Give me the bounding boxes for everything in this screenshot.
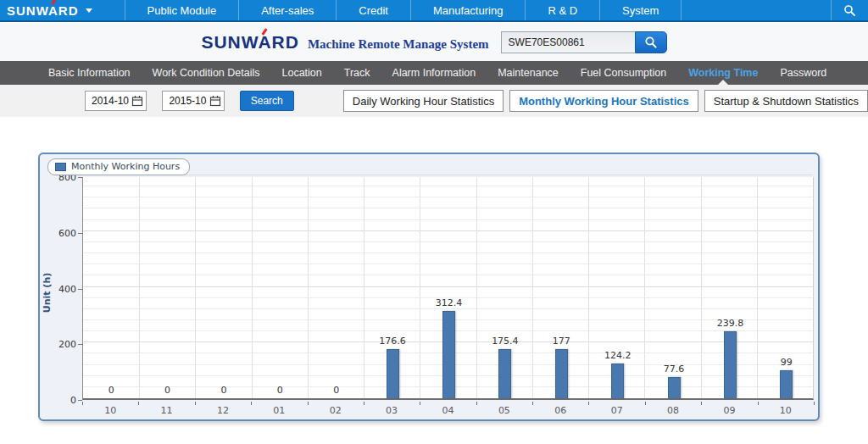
machine-search-input[interactable] xyxy=(501,31,635,53)
y-tick-mark xyxy=(78,400,82,401)
x-tick-label: 11 xyxy=(139,405,195,416)
x-tick-mark xyxy=(532,402,533,405)
y-tick-label: 600 xyxy=(40,228,76,239)
machine-search-group xyxy=(501,31,667,53)
app-title: Machine Remote Manage System xyxy=(308,37,489,52)
gridline-vertical xyxy=(420,177,420,398)
x-tick-label: 09 xyxy=(701,405,757,416)
bar xyxy=(555,349,568,398)
nav-item-working-time[interactable]: Working Time xyxy=(677,61,769,85)
chart-panel: Monthly Working Hours Unit (h) 00000176.… xyxy=(38,153,820,421)
x-tick-mark xyxy=(701,402,702,405)
gridline-vertical xyxy=(532,177,533,398)
gridline-vertical xyxy=(757,177,758,398)
x-tick-mark xyxy=(308,402,309,405)
nav-item-basic-information[interactable]: Basic Information xyxy=(37,61,142,85)
bar-value-label: 175.4 xyxy=(477,336,533,347)
nav-item-track[interactable]: Track xyxy=(333,61,381,85)
x-tick-mark xyxy=(138,402,139,405)
gridline-horizontal xyxy=(83,197,813,197)
x-tick-mark xyxy=(364,402,364,405)
gridline-vertical xyxy=(308,177,309,398)
filter-search-button[interactable]: Search xyxy=(240,91,294,111)
bar-value-label: 77.6 xyxy=(646,364,702,375)
topbar-item-public-module[interactable]: Public Module xyxy=(125,0,239,20)
bar-value-label: 0 xyxy=(196,385,252,396)
bar-value-label: 0 xyxy=(140,385,196,396)
x-tick-mark xyxy=(195,402,196,405)
gridline-vertical xyxy=(195,177,196,398)
gridline-horizontal xyxy=(83,186,813,186)
x-tick-label: 02 xyxy=(308,405,364,416)
x-tick-label: 12 xyxy=(195,405,251,416)
gridline-vertical xyxy=(476,177,477,398)
bar-value-label: 0 xyxy=(309,385,364,396)
bar-value-label: 0 xyxy=(252,385,308,396)
logo-accent-mark xyxy=(261,28,267,35)
x-tick-mark xyxy=(645,402,646,405)
x-tick-mark xyxy=(814,402,815,405)
x-tick-label: 10 xyxy=(758,405,814,416)
x-tick-mark xyxy=(588,402,589,405)
bar-value-label: 176.6 xyxy=(364,336,420,347)
search-icon xyxy=(843,4,856,17)
y-tick-label: 0 xyxy=(40,395,76,406)
topbar-logo-text: SUNWARD xyxy=(7,3,79,18)
topbar-logo[interactable]: SUNWARD xyxy=(0,0,101,20)
gridline-horizontal xyxy=(83,219,813,220)
x-tick-label: 05 xyxy=(476,405,532,416)
gridline-vertical xyxy=(252,177,253,398)
logo-accent-mark xyxy=(51,0,55,4)
chevron-down-icon xyxy=(86,8,92,13)
legend-label: Monthly Working Hours xyxy=(71,161,180,172)
tab-monthly-working-hour-statistics[interactable]: Monthly Working Hour Statistics xyxy=(509,90,698,112)
bar-value-label: 239.8 xyxy=(702,318,758,329)
y-tick-mark xyxy=(78,344,82,345)
date-from-field xyxy=(85,91,147,111)
gridline-vertical xyxy=(364,177,364,398)
nav-item-password[interactable]: Password xyxy=(769,61,837,85)
topbar-search-button[interactable] xyxy=(831,0,868,20)
x-tick-label: 08 xyxy=(645,405,701,416)
nav-item-fuel-consumption[interactable]: Fuel Consumption xyxy=(570,61,677,85)
legend-swatch xyxy=(55,163,66,171)
topbar-item-r-d[interactable]: R & D xyxy=(525,0,599,20)
x-axis-labels: 10111201020304050607080910 xyxy=(82,402,814,417)
section-navigation: Basic InformationWork Condition DetailsL… xyxy=(0,61,868,85)
machine-search-button[interactable] xyxy=(635,31,667,53)
gridline-horizontal xyxy=(83,253,813,253)
tab-daily-working-hour-statistics[interactable]: Daily Working Hour Statistics xyxy=(343,90,504,112)
x-tick-mark xyxy=(758,402,759,405)
bar xyxy=(724,331,737,398)
bar xyxy=(668,377,681,399)
topbar-item-credit[interactable]: Credit xyxy=(336,0,410,20)
topbar-item-system[interactable]: System xyxy=(599,0,682,20)
bar xyxy=(387,349,399,398)
y-tick-mark xyxy=(78,177,82,178)
x-tick-label: 10 xyxy=(82,405,138,416)
chart-legend: Monthly Working Hours xyxy=(47,158,190,175)
nav-item-work-condition-details[interactable]: Work Condition Details xyxy=(142,61,271,85)
topbar-item-manufacturing[interactable]: Manufacturing xyxy=(410,0,525,20)
nav-item-alarm-information[interactable]: Alarm Information xyxy=(381,61,487,85)
gridline-horizontal xyxy=(83,275,813,275)
plot-area: 00000176.6312.4175.4177124.277.6239.899 xyxy=(82,177,814,400)
brand-logo-text: SUNWARD xyxy=(201,32,299,53)
nav-item-location[interactable]: Location xyxy=(270,61,332,85)
x-tick-label: 01 xyxy=(251,405,307,416)
calendar-icon[interactable] xyxy=(209,95,221,107)
x-tick-mark xyxy=(82,402,83,405)
topbar-menu: Public ModuleAfter-salesCreditManufactur… xyxy=(125,0,682,20)
nav-item-maintenance[interactable]: Maintenance xyxy=(487,61,570,85)
app-header: SUNWARD Machine Remote Manage System xyxy=(0,24,868,61)
date-to-field xyxy=(162,91,224,111)
y-tick-mark xyxy=(78,233,82,234)
statistics-tabs: Daily Working Hour StatisticsMonthly Wor… xyxy=(343,90,868,112)
calendar-icon[interactable] xyxy=(131,95,143,107)
bar xyxy=(780,370,793,398)
gridline-horizontal xyxy=(83,175,813,175)
tab-startup-shutdown-statistics[interactable]: Startup & Shutdown Statistics xyxy=(704,90,868,112)
bar-value-label: 99 xyxy=(759,357,815,368)
x-tick-mark xyxy=(476,402,477,405)
topbar-item-after-sales[interactable]: After-sales xyxy=(238,0,336,20)
